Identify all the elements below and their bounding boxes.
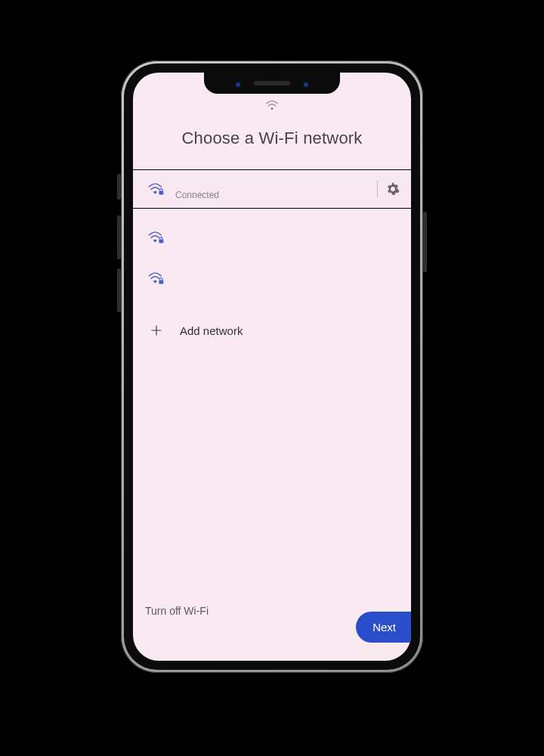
network-name [175,273,400,284]
wifi-status-icon [265,100,279,110]
wifi-network-row[interactable] [133,260,411,296]
mute-switch [117,174,121,200]
wifi-network-row[interactable] [133,219,411,256]
phone-bezel: Choose a Wi-Fi network Connected [124,64,420,670]
status-bar [133,100,411,110]
gear-icon [385,181,400,197]
network-name [175,178,369,188]
page-title: Choose a Wi-Fi network [133,129,411,148]
wifi-secure-icon [144,231,169,244]
wifi-network-row[interactable]: Connected [133,169,411,209]
plus-icon [144,324,169,337]
network-settings-button[interactable] [385,181,400,197]
svg-rect-2 [159,280,163,284]
power-button [423,212,427,272]
phone-frame: Choose a Wi-Fi network Connected [121,60,423,673]
add-network-row[interactable]: Add network [133,310,411,351]
add-network-label: Add network [169,324,243,337]
footer: Turn off Wi-Fi Next [133,605,411,643]
wifi-secure-icon [144,182,169,196]
network-status: Connected [175,190,369,200]
notch [204,73,340,94]
svg-rect-1 [159,240,163,243]
svg-rect-0 [159,191,163,195]
network-name [175,232,400,243]
volume-down-button [117,268,121,312]
next-button[interactable]: Next [356,612,411,643]
divider [377,181,378,197]
wifi-secure-icon [144,271,169,285]
screen: Choose a Wi-Fi network Connected [133,73,411,661]
volume-up-button [117,215,121,259]
